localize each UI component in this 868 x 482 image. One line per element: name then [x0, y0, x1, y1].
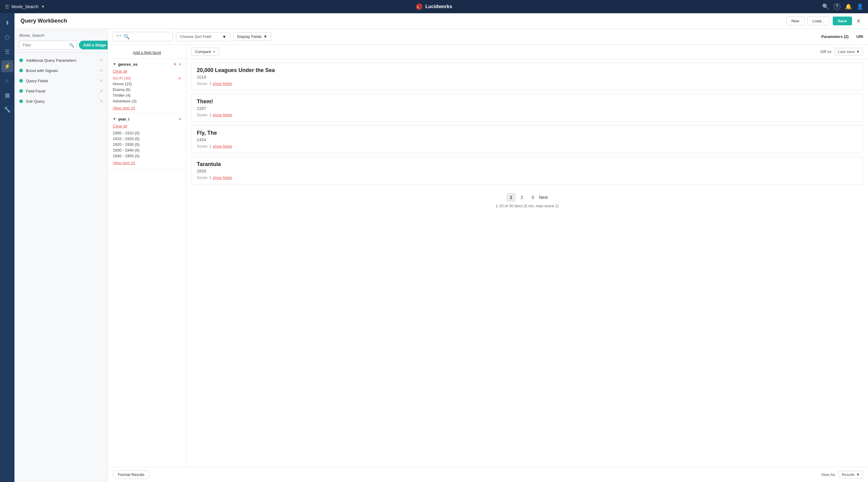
lucidworks-logo-icon: L	[415, 2, 424, 11]
sidebar-icon-layers[interactable]: ⬡	[1, 31, 13, 43]
page-number-3[interactable]: 3	[528, 193, 537, 202]
facet-view-next-link[interactable]: View next 10	[113, 161, 181, 165]
facet-item-label: Thriller (4)	[113, 93, 130, 98]
workbench-title: Query Workbench	[21, 18, 67, 24]
facet-item[interactable]: Adventure (3)	[113, 98, 181, 104]
facet-item-label: Sci-Fi (30)	[113, 76, 131, 81]
add-field-facet: Add a field facet	[108, 47, 186, 59]
result-id: 2287	[197, 106, 858, 111]
facet-item[interactable]: 1930 - 1940 (0)	[113, 147, 181, 153]
add-field-facet-link[interactable]: Add a field facet	[133, 50, 161, 55]
diff-vs-select[interactable]: Last save ▼	[835, 48, 863, 56]
facet-item-label: 1910 - 1920 (0)	[113, 136, 140, 141]
stage-app-name: Movie_Search	[19, 33, 103, 38]
content-area: Query Workbench New Load... Save ✕ Movie…	[14, 13, 868, 482]
search-icon[interactable]: 🔍	[822, 3, 829, 10]
stage-item[interactable]: Boost with Signals ≡	[14, 65, 107, 75]
diff-vs-value: Last save	[838, 50, 855, 54]
page-number-2[interactable]: 2	[518, 193, 527, 202]
close-button[interactable]: ✕	[855, 18, 862, 24]
filter-search-icon: 🔍	[69, 43, 74, 47]
notification-icon[interactable]: 🔔	[845, 3, 852, 10]
result-card: 20,000 Leagues Under the Sea 1019 Score:…	[191, 63, 863, 90]
top-navigation: ☰ Movie_Search ▼ L Lucidworks 🔍 ? 🔔 👤	[0, 0, 868, 13]
nav-right: 🔍 ? 🔔 👤	[822, 3, 863, 10]
stage-label: Query Fields	[26, 78, 97, 83]
stage-label: Boost with Signals	[26, 68, 97, 73]
sidebar-icon-grid[interactable]: ▦	[1, 89, 13, 101]
result-title: Fly, The	[197, 130, 858, 136]
stage-item[interactable]: Additional Query Parameters ≡	[14, 55, 107, 65]
bottom-bar: Format Results View As: Results ▼	[108, 467, 868, 482]
stage-drag-handle: ≡	[100, 78, 103, 84]
facet-item[interactable]: 1910 - 1920 (0)	[113, 136, 181, 141]
stage-drag-handle: ≡	[100, 58, 103, 63]
result-id: 2454	[197, 137, 858, 142]
facet-item-label: 1930 - 1940 (0)	[113, 148, 140, 153]
help-icon[interactable]: ?	[834, 3, 840, 10]
sidebar-icon-list[interactable]: ☰	[1, 46, 13, 58]
user-icon[interactable]: 👤	[857, 3, 863, 10]
show-fields-link[interactable]: show fields	[213, 113, 232, 117]
facet-clear-all-link[interactable]: Clear all	[113, 69, 181, 73]
display-fields-label: Display Fields	[237, 34, 261, 39]
facets-panel: Add a field facet ▼ genres_ss ✕ ≡ Clear …	[108, 44, 186, 467]
show-fields-link[interactable]: show fields	[213, 81, 232, 86]
stage-filter-input[interactable]	[19, 41, 76, 50]
result-title: Tarantula	[197, 161, 858, 167]
app-name-label: Movie_Search	[11, 4, 38, 9]
next-page-link[interactable]: Next	[539, 195, 548, 200]
facet-chevron-icon: ▼	[113, 117, 116, 121]
sidebar-icon-globe[interactable]: ○	[1, 75, 13, 87]
stage-item[interactable]: Solr Query ≡	[14, 96, 107, 106]
facet-item-remove-icon[interactable]: ✕	[178, 76, 181, 81]
add-stage-button[interactable]: Add a Stage ▼	[79, 41, 108, 50]
facet-group-title: year_i	[118, 117, 177, 121]
facet-item[interactable]: Horror (15)	[113, 81, 181, 87]
compare-button[interactable]: Compare +	[191, 47, 219, 56]
app-dropdown-icon[interactable]: ▼	[41, 4, 45, 9]
facet-menu-button[interactable]: ≡	[179, 62, 181, 67]
icon-sidebar: ⬇ ⬡ ☰ ⚡ ○ ▦ 🔧	[0, 13, 14, 482]
nav-left: ☰ Movie_Search ▼	[5, 4, 45, 10]
page-number-1[interactable]: 1	[507, 193, 516, 202]
sidebar-icon-search-tool[interactable]: 🔧	[1, 104, 13, 116]
stage-item[interactable]: Query Fields ≡	[14, 75, 107, 86]
search-execute-button[interactable]: 🔍	[124, 34, 130, 39]
view-as-select[interactable]: Results ▼	[838, 471, 863, 478]
stage-list: Additional Query Parameters ≡ Boost with…	[14, 53, 107, 482]
facet-item[interactable]: Thriller (4)	[113, 93, 181, 98]
uri-link[interactable]: URI	[857, 34, 863, 39]
parameters-link[interactable]: Parameters (2)	[821, 34, 848, 39]
facet-clear-all-link[interactable]: Clear all	[113, 124, 181, 128]
sort-field-dropdown[interactable]: Choose Sort Field ▼	[176, 32, 230, 41]
facet-item[interactable]: 1940 - 1950 (0)	[113, 153, 181, 159]
facet-close-button[interactable]: ✕	[173, 62, 177, 67]
search-value: *:*	[116, 34, 121, 39]
facet-group-genres: ▼ genres_ss ✕ ≡ Clear all Sci-Fi (30) ✕	[108, 59, 186, 114]
stage-item[interactable]: Field Facet ≡	[14, 86, 107, 96]
facet-item[interactable]: Sci-Fi (30) ✕	[113, 75, 181, 81]
stage-label: Additional Query Parameters	[26, 58, 97, 63]
page-info: 1-10 of 30 docs (5 ms, max-score 1)	[496, 204, 559, 208]
save-button[interactable]: Save	[833, 17, 852, 25]
view-as: View As: Results ▼	[821, 471, 863, 478]
facet-item[interactable]: Drama (6)	[113, 87, 181, 93]
show-fields-link[interactable]: show fields	[213, 175, 232, 180]
display-fields-button[interactable]: Display Fields ▼	[233, 32, 271, 41]
sidebar-icon-home[interactable]: ⬇	[1, 17, 13, 29]
show-fields-link[interactable]: show fields	[213, 144, 232, 149]
load-button[interactable]: Load...	[807, 17, 830, 25]
stage-dot	[19, 99, 23, 103]
format-results-button[interactable]: Format Results	[113, 470, 150, 479]
compare-plus-icon: +	[213, 50, 215, 54]
stage-dot	[19, 79, 23, 83]
result-id: 1019	[197, 75, 858, 79]
sort-field-chevron-icon: ▼	[222, 34, 226, 39]
facet-item[interactable]: 1900 - 1910 (0)	[113, 130, 181, 136]
facet-item[interactable]: 1920 - 1930 (0)	[113, 141, 181, 147]
facet-view-next-link[interactable]: View next 10	[113, 106, 181, 110]
sidebar-icon-query[interactable]: ⚡	[1, 60, 13, 72]
facet-menu-button[interactable]: ≡	[179, 117, 181, 121]
new-button[interactable]: New	[786, 17, 804, 25]
